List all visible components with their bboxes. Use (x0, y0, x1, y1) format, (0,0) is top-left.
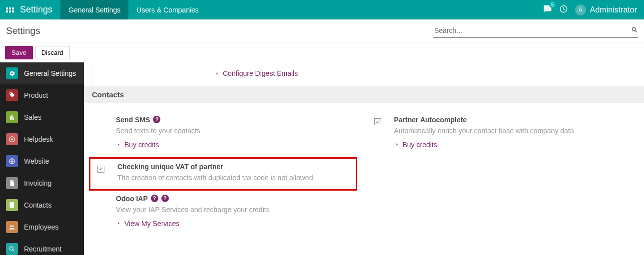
help-icon[interactable]: ? (153, 116, 160, 123)
sidebar-item-recruitment[interactable]: Recruitment (0, 238, 84, 255)
arrow-right-icon (116, 221, 121, 226)
svg-point-3 (10, 225, 12, 227)
sidebar-item-general-settings[interactable]: General Settings (0, 62, 84, 84)
setting-odoo-iap: Odoo IAP ? ? View your IAP Services and … (96, 191, 354, 237)
clock-icon (559, 4, 568, 13)
setting-title-text: Checking unique VAT of partner (117, 163, 223, 171)
configure-digest-emails-link[interactable]: Configure Digest Emails (214, 69, 298, 77)
search-wrap (433, 23, 638, 38)
lifebuoy-icon (6, 133, 18, 145)
messages-badge: 5 (549, 1, 556, 8)
discard-button[interactable]: Discard (35, 46, 70, 59)
gear-icon (6, 67, 18, 79)
apps-grid-icon (6, 7, 14, 12)
globe-icon (6, 155, 18, 167)
svg-point-1 (11, 138, 13, 140)
book-icon (6, 199, 18, 211)
sidebar-item-label: Product (24, 91, 48, 99)
setting-desc: Automatically enrich your contact base w… (394, 126, 633, 136)
sidebar-item-label: General Settings (24, 69, 76, 77)
sidebar-item-label: Website (24, 157, 49, 165)
top-navbar: Settings General Settings Users & Compan… (0, 0, 644, 19)
arrow-right-icon (116, 142, 121, 147)
svg-point-5 (9, 247, 13, 250)
sidebar-item-helpdesk[interactable]: Helpdesk (0, 128, 84, 150)
sidebar-item-label: Invoicing (24, 179, 51, 187)
user-menu[interactable]: A Administrator (575, 4, 637, 15)
help-icon[interactable]: ? (161, 195, 169, 202)
setting-desc: View your IAP Services and recharge your… (116, 205, 354, 215)
view-my-services-link[interactable]: View My Services (116, 220, 179, 228)
setting-title-text: Send SMS (116, 116, 150, 124)
sidebar-item-website[interactable]: Website (0, 150, 84, 172)
sidebar-item-sales[interactable]: Sales (0, 106, 84, 128)
sidebar-item-employees[interactable]: Employees (0, 216, 84, 238)
document-icon (6, 177, 18, 189)
search-button[interactable] (631, 26, 638, 35)
checkbox-unique-vat[interactable] (97, 166, 104, 173)
sidebar-item-product[interactable]: Product (0, 84, 84, 106)
help-icon[interactable]: ? (151, 195, 158, 202)
people-icon (6, 221, 18, 233)
sidebar-item-label: Contacts (24, 201, 51, 209)
setting-desc: The creation of contacts with duplicated… (117, 173, 351, 183)
activity-button[interactable] (559, 4, 568, 15)
nav-menu: General Settings Users & Companies (60, 0, 207, 19)
body: General Settings Product Sales Helpdesk … (0, 62, 644, 255)
page-header: Settings (0, 19, 644, 42)
setting-title-text: Partner Autocomplete (394, 116, 467, 124)
setting-unique-vat: Checking unique VAT of partner The creat… (89, 157, 357, 190)
app-title: Settings (20, 4, 60, 15)
section-contacts: Contacts (84, 86, 644, 103)
search-person-icon (6, 243, 18, 255)
setting-send-sms: Send SMS ? Send texts to your contacts B… (96, 112, 354, 158)
setting-desc: Send texts to your contacts (116, 126, 354, 136)
nav-menu-users-companies[interactable]: Users & Companies (128, 0, 207, 19)
nav-menu-general-settings[interactable]: General Settings (60, 0, 128, 19)
sidebar-item-contacts[interactable]: Contacts (0, 194, 84, 216)
buy-credits-autocomplete-link[interactable]: Buy credits (394, 141, 437, 149)
chart-icon (6, 111, 18, 123)
arrow-right-icon (394, 142, 400, 147)
search-input[interactable] (433, 23, 631, 37)
sidebar-item-label: Employees (24, 223, 58, 231)
user-name: Administrator (590, 5, 637, 14)
nav-right: 5 A Administrator (543, 4, 644, 15)
tag-icon (6, 89, 18, 101)
sidebar-item-invoicing[interactable]: Invoicing (0, 172, 84, 194)
setting-title-text: Odoo IAP (116, 195, 148, 203)
setting-partner-autocomplete: Partner Autocomplete Automatically enric… (374, 112, 633, 158)
save-button[interactable]: Save (5, 46, 33, 59)
buy-credits-sms-link[interactable]: Buy credits (116, 141, 159, 149)
sidebar-item-label: Recruitment (24, 245, 61, 253)
page-title: Settings (6, 25, 40, 36)
search-icon (631, 26, 638, 33)
settings-content[interactable]: Configure Digest Emails Contacts Send SM… (84, 62, 644, 255)
messages-button[interactable]: 5 (543, 4, 552, 15)
settings-sidebar: General Settings Product Sales Helpdesk … (0, 62, 84, 255)
sidebar-item-label: Helpdesk (24, 135, 53, 143)
arrow-right-icon (214, 71, 220, 76)
avatar: A (575, 4, 586, 15)
svg-point-4 (12, 226, 14, 227)
sidebar-item-label: Sales (24, 113, 41, 121)
settings-grid: Send SMS ? Send texts to your contacts B… (84, 112, 644, 237)
action-bar: Save Discard (0, 42, 644, 62)
apps-menu-button[interactable] (0, 7, 20, 12)
checkbox-partner-autocomplete[interactable] (374, 118, 381, 125)
